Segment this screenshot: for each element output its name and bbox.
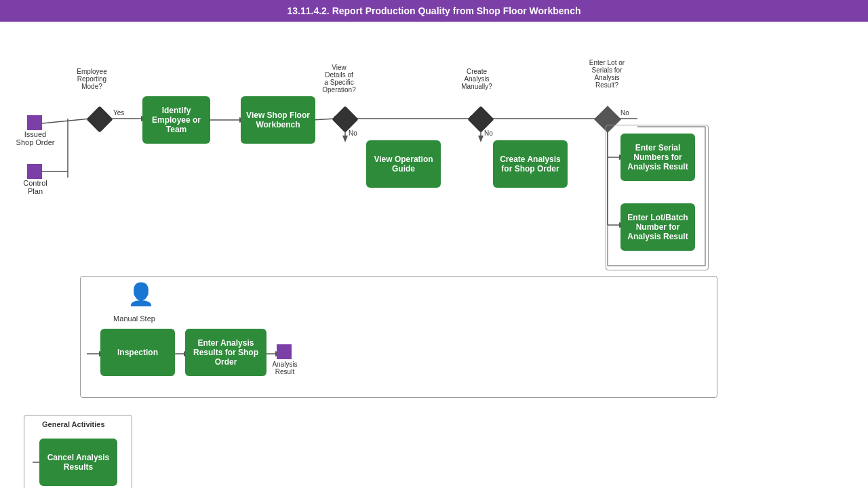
cancel-analysis-results[interactable]: Cancel AnalysisResults — [39, 439, 117, 486]
decision-create-analysis-label: CreateAnalysisManually? — [446, 68, 507, 90]
manual-step-label: Manual Step — [107, 314, 161, 323]
issued-shop-order-data — [27, 115, 42, 130]
decision-employee-reporting — [86, 106, 113, 133]
decision-employee-reporting-label: EmployeeReportingMode? — [63, 68, 121, 90]
control-plan-data — [27, 164, 42, 179]
lot-serial-container — [606, 125, 709, 270]
inspection[interactable]: Inspection — [100, 329, 175, 376]
view-shop-floor-workbench[interactable]: View Shop FloorWorkbench — [241, 96, 315, 144]
header-bar: 13.11.4.2. Report Production Quality fro… — [0, 0, 868, 22]
identify-employee-team[interactable]: IdentifyEmployee orTeam — [142, 96, 210, 144]
control-plan-label: ControlPlan — [15, 179, 56, 195]
svg-marker-16 — [478, 136, 484, 142]
manual-step-icon: 👤 — [127, 281, 155, 307]
decision-enter-lot-serials-label: Enter Lot orSerials forAnalysisResult? — [573, 59, 641, 89]
decision-create-analysis — [467, 106, 494, 133]
svg-marker-11 — [342, 136, 348, 142]
view-operation-guide[interactable]: View OperationGuide — [366, 140, 441, 188]
svg-text:Yes: Yes — [113, 109, 124, 117]
analysis-result-data — [277, 344, 292, 359]
issued-shop-order-label: IssuedShop Order — [15, 130, 56, 146]
decision-view-details — [332, 106, 359, 133]
enter-analysis-results-shop-order[interactable]: Enter AnalysisResults for ShopOrder — [185, 329, 267, 376]
decision-view-details-label: ViewDetails ofa SpecificOperation? — [309, 64, 370, 94]
page-title: 13.11.4.2. Report Production Quality fro… — [287, 5, 580, 16]
svg-text:No: No — [484, 129, 493, 137]
general-activities-label: General Activities — [42, 420, 105, 428]
svg-text:No: No — [620, 109, 629, 117]
analysis-result-label: AnalysisResult — [266, 361, 304, 375]
svg-text:No: No — [349, 129, 357, 137]
manual-step-container — [80, 276, 717, 398]
diagram-canvas: Yes No No No — [0, 22, 868, 488]
create-analysis-shop-order[interactable]: Create Analysisfor Shop Order — [493, 140, 568, 188]
svg-line-0 — [42, 119, 90, 123]
